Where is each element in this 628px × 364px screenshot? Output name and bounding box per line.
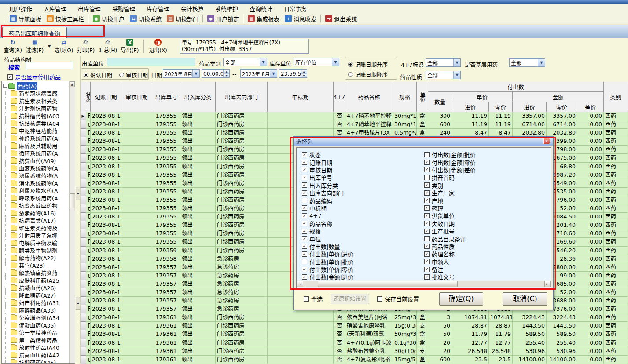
column-header-name[interactable]: 药品名称 xyxy=(345,82,393,112)
column-option-生产厂家[interactable]: ✓生产厂家 xyxy=(424,189,476,197)
column-option-类别[interactable]: ✓类别 xyxy=(424,182,476,189)
column-option-拼音首码[interactable]: 拼音首码 xyxy=(424,174,476,181)
column-option-中标期[interactable]: ✓中标期 xyxy=(302,204,353,212)
tree-item-抗肿瘤药物(A03[interactable]: 抗肿瘤药物(A03 xyxy=(3,112,68,120)
column-header-qty[interactable]: 数量 xyxy=(428,92,452,112)
tree-item-抗贫血药(A09)[interactable]: 抗贫血药(A09) xyxy=(3,157,68,164)
column-option-产地[interactable]: ✓产地 xyxy=(424,197,476,204)
stock-unit-select[interactable]: 库存单位 ▼ xyxy=(294,58,339,66)
time-from-spinner[interactable]: 00:00:00 ▲▼ xyxy=(202,69,230,78)
menu-item-出库管理[interactable]: 出库管理 xyxy=(72,4,107,14)
toolbar-button-过滤(F)[interactable]: ▦过滤(F) xyxy=(24,38,46,55)
column-option-单位[interactable]: ✓单位 xyxy=(302,235,353,242)
column-option-药理名称[interactable]: ✓药理名称 xyxy=(424,250,476,258)
sort-asc-radio[interactable]: 记账日期升序 xyxy=(348,60,388,69)
column-header-c47[interactable]: 4+7 xyxy=(334,82,345,112)
row-selector[interactable] xyxy=(81,213,86,221)
scrollbar-thumb[interactable] xyxy=(70,193,75,208)
select-all-checkbox[interactable]: 全选 xyxy=(304,295,323,303)
column-option-付出数|单价|进价[interactable]: ✓付出数|单价|进价 xyxy=(302,250,353,258)
column-option-付出数|金额|零价[interactable]: ✓付出数|金额|零价 xyxy=(424,158,476,166)
tree-item-呼吸系统用药(A[interactable]: 呼吸系统用药(A xyxy=(3,194,68,202)
tree-item-酶类及生物制剂[interactable]: 酶类及生物制剂 xyxy=(3,247,68,254)
tree-collapse-icon[interactable]: − xyxy=(3,84,7,88)
tab-drug-outbound-query[interactable]: 药品出库明细账查询 xyxy=(2,27,67,38)
cancel-button[interactable]: 取消(C) xyxy=(503,292,547,306)
splitter-collapse-button[interactable]: ◄ xyxy=(76,297,80,310)
row-selector[interactable] xyxy=(81,238,86,246)
tree-item-抗凝血药(A26)[interactable]: 抗凝血药(A26) xyxy=(3,284,68,291)
column-option-药理[interactable]: ✓药理 xyxy=(424,204,476,212)
table-row[interactable]: 已2023-08-10179361领出门诊西药房否盐酸布替萘芬乳30g(10g:… xyxy=(81,347,628,356)
column-header-audit[interactable]: 审核日期 xyxy=(121,82,152,112)
toolbar-button-退出系统[interactable]: ➜退出系统 xyxy=(323,15,360,23)
tree-item-消化系统药物(A[interactable]: 消化系统药物(A xyxy=(3,179,68,187)
column-header-dept[interactable]: 出库去向部门 xyxy=(216,82,268,112)
date-to-picker[interactable]: 2023年 8月10日 ▼ xyxy=(240,69,277,78)
row-selector[interactable] xyxy=(81,163,86,171)
save-settings-checkbox[interactable]: 保存当前设置 xyxy=(377,295,419,303)
tree-item-妇产科用药(A31[interactable]: 妇产科用药(A31 xyxy=(3,299,68,306)
toolbar-button-查询(R)[interactable]: ↻查询(R) xyxy=(2,38,24,55)
tree-item-抗抑郁药(A45)[interactable]: 抗抑郁药(A45) xyxy=(3,359,68,364)
tree-item-解毒药物(A22)[interactable]: 解毒药物(A22) xyxy=(3,254,68,262)
chevron-down-icon[interactable]: ▼ xyxy=(538,59,545,66)
tree-item-解热镇痛抗炎药[interactable]: 解热镇痛抗炎药 xyxy=(3,269,68,277)
row-selector[interactable] xyxy=(81,356,86,364)
chevron-down-icon[interactable]: ▼ xyxy=(260,58,267,66)
tree-item-循环系统用药(A[interactable]: 循环系统用药(A xyxy=(3,149,68,157)
toolbar-button-汇总(H)[interactable]: ⎙汇总(H) xyxy=(97,38,119,55)
column-option-出入库分类[interactable]: ✓出入库分类 xyxy=(302,182,353,189)
table-row[interactable]: 已2023-08-10179355领出门诊西药房否4+7硝苯地平控释30mg*1… xyxy=(81,120,628,129)
row-selector[interactable] xyxy=(81,171,86,179)
toolbar-button-选项(O)[interactable]: ⇄选项(O) xyxy=(53,38,75,55)
column-header-date[interactable]: 记账日期 xyxy=(91,82,121,112)
confirm-date-radio[interactable]: 确认日期 xyxy=(84,71,112,79)
column-option-记账日期[interactable]: ✓记账日期 xyxy=(302,158,353,166)
show-disabled-checkbox[interactable]: ✓ 是否显示停用药品 xyxy=(7,73,61,81)
spinner-arrows-icon[interactable]: ▲▼ xyxy=(223,70,229,77)
toolbar-button-集成报表[interactable]: ▦集成报表 xyxy=(245,15,282,23)
scroll-left-icon[interactable]: ◄ xyxy=(297,281,303,287)
tree-item-电解质平衡及输[interactable]: 电解质平衡及输 xyxy=(3,239,68,247)
c47-flag-select[interactable]: 全部 ▼ xyxy=(426,58,461,67)
column-header-amt-in[interactable]: 进价 xyxy=(513,102,547,112)
column-header-cls[interactable]: 出入库分类 xyxy=(180,82,216,112)
column-option-状态[interactable]: ✓状态 xyxy=(302,151,353,158)
table-row[interactable]: 已2023-08-10179361领出门诊西药房否(天新利德)双氯50mg*30… xyxy=(81,330,628,339)
tree-item-抗变态反应药物[interactable]: 抗变态反应药物 xyxy=(3,202,68,209)
column-option-付出数|单价|零价[interactable]: ✓付出数|单价|零价 xyxy=(302,266,353,273)
tree-item-抗病毒类(A17)[interactable]: 抗病毒类(A17) xyxy=(3,217,68,224)
table-row[interactable]: 已2023-08-10179361领出门诊西药房否依西美坦片(阿诺25mg*30… xyxy=(81,313,628,322)
time-to-spinner[interactable]: 23:59:59 ▲▼ xyxy=(279,69,307,78)
toolbar-button-切换系统[interactable]: ⇆切换系统 xyxy=(127,15,164,23)
menu-item-查询统计[interactable]: 查询统计 xyxy=(244,4,278,14)
search-input[interactable] xyxy=(26,62,73,69)
row-selector[interactable] xyxy=(81,154,86,162)
column-option-付出数|单价|批价[interactable]: 付出数|单价|批价 xyxy=(302,258,353,265)
toolbar-button-消息收发[interactable]: i消息收发 xyxy=(282,15,319,23)
column-option-药品目录备注[interactable]: 药品目录备注 xyxy=(424,235,476,242)
tree-item-维生素类药物及[interactable]: 维生素类药物及 xyxy=(3,224,68,232)
column-header-price-in[interactable]: 进价 xyxy=(452,102,489,112)
column-option-备注[interactable]: ✓备注 xyxy=(424,266,476,273)
toolbar-button-导出(E)[interactable]: X导出(E) xyxy=(119,38,141,55)
tree-item-免疫增强剂(A34[interactable]: 免疫增强剂(A34 xyxy=(3,314,68,321)
tree-item-泌尿系统药物(A[interactable]: 泌尿系统药物(A xyxy=(3,172,68,179)
row-selector[interactable] xyxy=(81,129,86,137)
menu-item-会计核算[interactable]: 会计核算 xyxy=(175,4,209,14)
column-header-diff[interactable]: 差价 xyxy=(577,102,604,112)
column-header-order[interactable]: 出库单号 xyxy=(152,82,180,112)
column-option-药品性质[interactable]: ✓药品性质 xyxy=(424,243,476,250)
column-option-4+7[interactable]: ✓4+7 xyxy=(302,212,353,219)
table-row[interactable]: ▶已2023-08-10179355领出门诊西药房否4+7硝苯地平控释30mg*… xyxy=(81,112,628,120)
column-option-出库去向部门[interactable]: ✓出库去向部门 xyxy=(302,189,353,197)
tree-item-抗结核病类(A04[interactable]: 抗结核病类(A04 xyxy=(3,120,68,127)
audit-date-radio[interactable]: 审核日期 xyxy=(119,71,148,79)
tree-item-促凝血药(A35)[interactable]: 促凝血药(A35) xyxy=(3,321,68,329)
menu-item-系统维护[interactable]: 系统维护 xyxy=(209,4,244,14)
column-header-amount[interactable]: 金额 xyxy=(513,92,604,102)
column-option-药品名称[interactable]: ✓药品名称 xyxy=(302,220,353,227)
row-selector[interactable] xyxy=(81,137,86,146)
row-selector[interactable] xyxy=(81,330,86,339)
